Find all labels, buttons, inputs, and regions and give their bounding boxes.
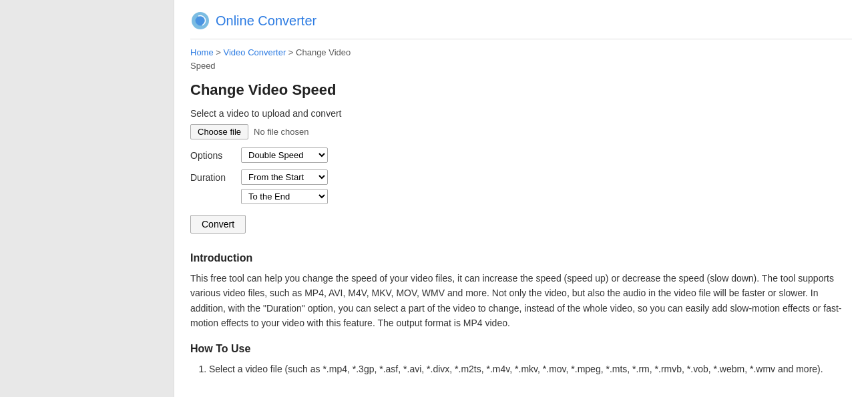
site-logo-icon [190,11,210,31]
how-to-step1: Select a video file (such as *.mp4, *.3g… [209,362,852,378]
duration-to-select[interactable]: To the End 0:00:05 0:00:10 0:00:30 [241,189,328,204]
choose-file-button[interactable]: Choose file [190,124,248,139]
breadcrumb-sep1: > [214,47,224,57]
options-row: Options Half Speed Normal Speed Double S… [190,147,852,163]
how-to-list: Select a video file (such as *.mp4, *.3g… [190,362,852,378]
introduction-title: Introduction [190,252,852,264]
breadcrumb-current2: Speed [190,61,216,71]
site-title: Online Converter [216,13,316,29]
convert-button[interactable]: Convert [190,215,246,234]
duration-row: Duration From the Start 0:00:05 0:00:10 … [190,169,852,204]
how-to-use-title: How To Use [190,343,852,355]
duration-label: Duration [190,172,237,183]
left-sidebar [0,0,174,397]
introduction-text: This free tool can help you change the s… [190,271,852,331]
breadcrumb: Home > Video Converter > Change VideoSpe… [190,46,852,72]
header-bar: Online Converter [190,11,852,31]
upload-label: Select a video to upload and convert [190,108,852,119]
options-select[interactable]: Half Speed Normal Speed Double Speed Tri… [241,147,328,163]
header-divider [190,39,852,39]
breadcrumb-current1: Change Video [296,47,351,57]
breadcrumb-home[interactable]: Home [190,47,214,57]
no-file-text: No file chosen [254,127,308,137]
duration-selects: From the Start 0:00:05 0:00:10 0:00:30 T… [241,169,328,204]
file-row: Choose file No file chosen [190,124,852,139]
page-title: Change Video Speed [190,81,852,99]
breadcrumb-video-converter[interactable]: Video Converter [224,47,286,57]
main-content: Online Converter Home > Video Converter … [174,0,868,397]
breadcrumb-sep2: > [286,47,296,57]
duration-from-select[interactable]: From the Start 0:00:05 0:00:10 0:00:30 [241,169,328,185]
options-label: Options [190,150,237,161]
